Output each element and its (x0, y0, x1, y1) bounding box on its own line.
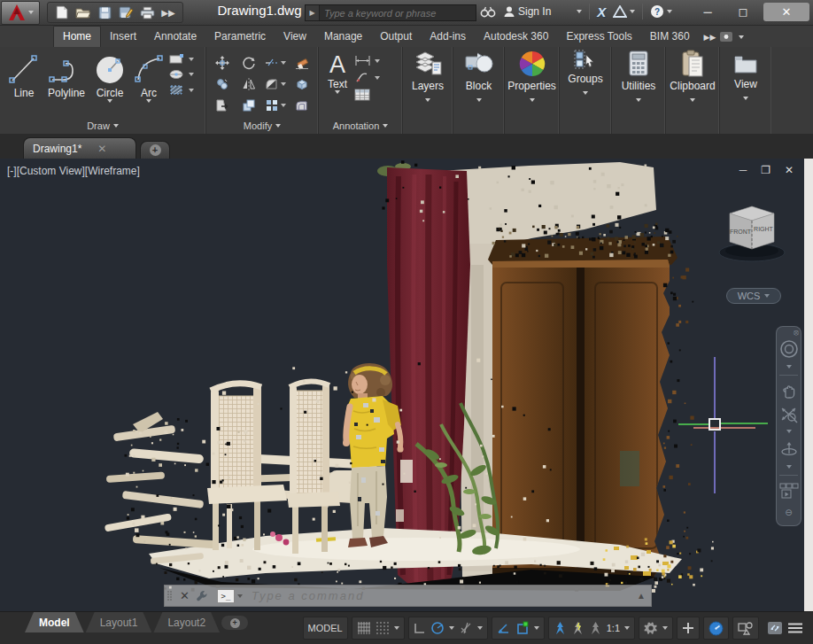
save-as-button[interactable] (117, 4, 135, 21)
viewcube[interactable]: FRONT RIGHT (714, 192, 790, 268)
block-button[interactable]: Block (453, 47, 504, 92)
minimize-button[interactable]: ─ (693, 3, 723, 21)
ribbon-tab-bim360[interactable]: BIM 360 (641, 27, 699, 47)
orbit-icon[interactable] (779, 439, 799, 459)
ribbon-tab-output[interactable]: Output (371, 27, 421, 47)
save-button[interactable] (96, 4, 113, 21)
ribbon-tab-view[interactable]: View (275, 27, 315, 47)
command-wrench-icon[interactable] (195, 589, 208, 602)
wheel-caret-icon[interactable] (786, 365, 792, 369)
ribbon-tab-annotate[interactable]: Annotate (145, 27, 205, 47)
modify-panel-title[interactable]: Modify (206, 118, 318, 134)
navbar-customize-icon[interactable]: ⊖ (785, 508, 792, 517)
viewport-close-icon[interactable]: ✕ (785, 164, 794, 176)
ribbon-display-icon[interactable] (720, 32, 734, 43)
erase-button[interactable] (295, 56, 309, 70)
file-tab-drawing1[interactable]: Drawing1* ✕ (23, 137, 136, 159)
open-file-button[interactable] (74, 4, 92, 21)
a360-icon[interactable] (613, 5, 635, 18)
view-button[interactable]: View (720, 47, 771, 90)
ribbon-tab-insert[interactable]: Insert (101, 27, 145, 47)
layers-button[interactable]: Layers (403, 47, 453, 92)
ribbon-tab-home[interactable]: Home (53, 26, 101, 47)
ribbon-tab-parametric[interactable]: Parametric (205, 27, 275, 47)
isodraft-icon[interactable] (459, 621, 473, 635)
ortho-icon[interactable] (414, 622, 426, 634)
app-menu-button[interactable] (1, 1, 40, 25)
explode-button[interactable] (295, 77, 309, 91)
search-input[interactable] (320, 8, 476, 19)
isolate-objects-icon[interactable] (738, 621, 754, 635)
fillet-button[interactable] (265, 78, 286, 90)
sign-in-button[interactable]: Sign In (503, 5, 582, 18)
annotation-scale-icon[interactable] (589, 621, 602, 635)
properties-button[interactable]: Properties (505, 47, 559, 92)
navbar-close-icon[interactable]: ⦻ (794, 328, 799, 338)
auto-scale-icon[interactable] (571, 621, 585, 635)
view-panel-expander[interactable] (720, 90, 771, 106)
showmotion-icon[interactable] (779, 482, 799, 500)
move-button[interactable] (215, 56, 229, 70)
help-button[interactable]: ? (650, 4, 672, 19)
ribbon-tab-manage[interactable]: Manage (315, 27, 371, 47)
model-tab[interactable]: Model (25, 612, 84, 632)
snap-caret-icon[interactable] (394, 626, 399, 630)
copy-button[interactable] (215, 77, 229, 91)
text-button[interactable]: A Text (326, 50, 349, 95)
utilities-button[interactable]: Utilities (612, 47, 665, 92)
maximize-button[interactable]: ◻ (728, 3, 758, 21)
grid-display-icon[interactable] (357, 621, 371, 635)
orbit-caret-icon[interactable] (786, 465, 792, 469)
annotation-scale-value[interactable]: 1:1 (607, 623, 620, 633)
navigation-wheel-icon[interactable] (779, 339, 799, 359)
annotation-visibility-icon[interactable] (554, 621, 567, 635)
groups-button[interactable]: Groups (560, 47, 611, 85)
qat-more-icon[interactable]: ▶▶ (159, 4, 177, 21)
command-input[interactable] (243, 589, 637, 602)
new-layout-button[interactable]: + (221, 616, 248, 630)
exchange-apps-icon[interactable]: X (597, 4, 606, 19)
line-button[interactable]: Line (5, 50, 43, 99)
offset-button[interactable] (295, 99, 309, 112)
layers-panel-expander[interactable] (403, 92, 453, 108)
block-panel-expander[interactable] (453, 92, 504, 108)
array-button[interactable] (265, 98, 286, 113)
new-drawing-tab-button[interactable]: + (140, 141, 170, 159)
search-history-icon[interactable]: ▶ (306, 5, 320, 20)
properties-panel-expander[interactable] (505, 92, 559, 108)
search-binoculars-icon[interactable] (480, 5, 496, 18)
command-close-icon[interactable]: ✕ (174, 589, 195, 602)
leader-button[interactable] (354, 72, 380, 83)
draw-panel-title[interactable]: Draw (0, 118, 205, 134)
zoom-caret-icon[interactable] (786, 430, 792, 433)
layout1-tab[interactable]: Layout1 (86, 612, 152, 632)
command-prompt-icon[interactable]: >_ (217, 589, 235, 603)
polyline-button[interactable]: Polyline (44, 50, 89, 99)
viewport-minimize-icon[interactable]: ─ (739, 164, 747, 176)
ribbon-tab-expresstools[interactable]: Express Tools (557, 27, 640, 47)
object-snap-caret-icon[interactable] (534, 626, 539, 630)
zoom-icon[interactable] (779, 406, 799, 423)
model-space-button[interactable]: MODEL (303, 617, 348, 640)
command-expand-icon[interactable]: ▲ (637, 591, 651, 601)
mirror-button[interactable] (242, 77, 256, 91)
groups-panel-expander[interactable] (560, 85, 611, 101)
object-snap-icon[interactable] (515, 621, 530, 635)
snap-mode-icon[interactable] (376, 621, 390, 635)
tab-overflow-icon[interactable]: ▶▶ (704, 33, 716, 42)
tray-plus-icon[interactable] (682, 622, 694, 634)
annotation-scale-caret-icon[interactable] (624, 626, 630, 630)
pan-hand-icon[interactable] (780, 382, 798, 400)
workspace-caret-icon[interactable] (662, 626, 668, 630)
viewport-controls-label[interactable]: [-][Custom View][Wireframe] (7, 165, 140, 177)
annotation-panel-title[interactable]: Annotation (319, 118, 402, 134)
clean-screen-icon[interactable] (767, 621, 783, 635)
isodraft-caret-icon[interactable] (477, 626, 483, 630)
circle-button[interactable]: Circle (90, 50, 129, 104)
rectangle-button[interactable] (168, 53, 194, 66)
layout2-tab[interactable]: Layout2 (153, 612, 220, 632)
close-button[interactable]: ✕ (763, 3, 809, 21)
clipboard-button[interactable]: Clipboard (666, 47, 719, 92)
dimension-button[interactable] (354, 55, 380, 66)
new-file-button[interactable] (53, 4, 71, 21)
